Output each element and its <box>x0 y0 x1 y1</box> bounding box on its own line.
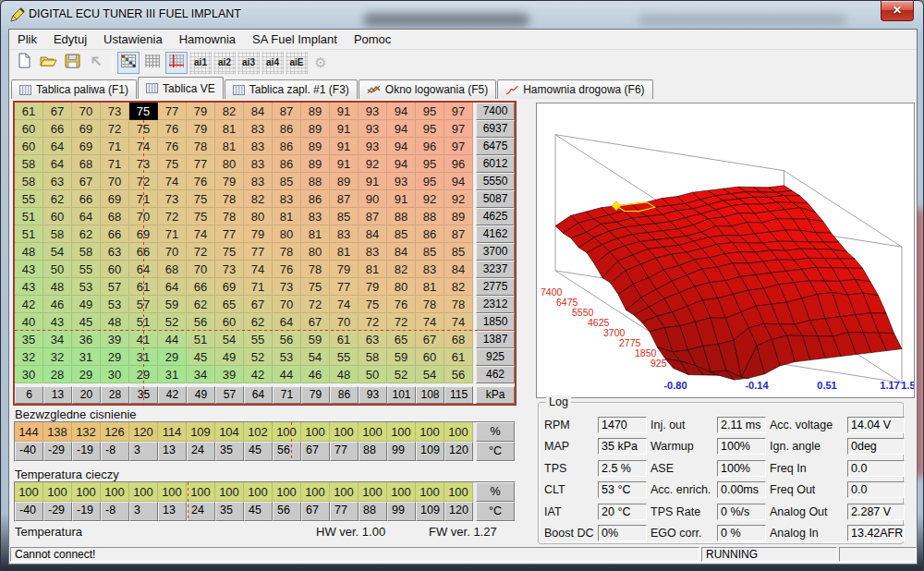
ve-cell-r10c11[interactable]: 77 <box>330 278 359 296</box>
ve-cell-r4c1[interactable]: 63 <box>43 173 72 190</box>
ve-cell-r2c12[interactable]: 93 <box>359 138 387 155</box>
mini2-pct-12[interactable]: 100 <box>359 482 387 502</box>
ve-cell-r9c4[interactable]: 64 <box>129 261 158 278</box>
ve-cell-r0c14[interactable]: 95 <box>416 103 444 120</box>
ve-cell-r7c1[interactable]: 58 <box>43 225 72 243</box>
ve-cell-r7c10[interactable]: 81 <box>301 225 330 243</box>
ve-cell-r9c12[interactable]: 81 <box>359 261 387 278</box>
ve-cell-r14c13[interactable]: 59 <box>387 348 416 366</box>
new-file-button[interactable] <box>13 52 35 74</box>
ve-cell-r2c9[interactable]: 86 <box>273 138 301 155</box>
ve-cell-r15c14[interactable]: 54 <box>416 366 444 383</box>
ve-cell-r7c8[interactable]: 79 <box>244 225 273 243</box>
ve-cell-r14c15[interactable]: 61 <box>444 348 473 366</box>
ve-cell-r0c3[interactable]: 73 <box>101 103 129 120</box>
ve-cell-r10c8[interactable]: 71 <box>244 278 273 296</box>
ve-cell-r8c13[interactable]: 84 <box>387 243 416 261</box>
ve-cell-r12c13[interactable]: 72 <box>387 313 416 331</box>
ve-cell-r9c14[interactable]: 83 <box>416 261 444 278</box>
ve-cell-r3c11[interactable]: 91 <box>330 155 359 173</box>
import-button[interactable] <box>85 52 107 74</box>
ve-cell-r12c11[interactable]: 70 <box>330 313 359 331</box>
ve-cell-r14c9[interactable]: 53 <box>273 348 301 366</box>
ve-cell-r7c3[interactable]: 66 <box>101 225 129 243</box>
mini2-pct-6[interactable]: 100 <box>187 482 215 502</box>
ve-cell-r1c15[interactable]: 97 <box>444 120 473 138</box>
ve-cell-r4c0[interactable]: 58 <box>15 173 43 190</box>
ve-cell-r3c12[interactable]: 92 <box>359 155 387 173</box>
ve-cell-r15c0[interactable]: 30 <box>15 366 43 383</box>
mini2-pct-5[interactable]: 100 <box>158 482 187 502</box>
ve-cell-r0c10[interactable]: 89 <box>301 103 330 120</box>
ve-cell-r3c4[interactable]: 73 <box>129 155 158 173</box>
ve-cell-r12c1[interactable]: 43 <box>43 313 72 331</box>
ve-cell-r8c12[interactable]: 83 <box>359 243 387 261</box>
ve-cell-r15c4[interactable]: 29 <box>129 366 158 383</box>
ve-cell-r0c9[interactable]: 87 <box>273 103 301 120</box>
ve-cell-r0c4[interactable]: 75 <box>129 103 158 120</box>
ve-cell-r3c0[interactable]: 58 <box>15 155 43 173</box>
fuel-table-button[interactable] <box>117 52 140 74</box>
ve-cell-r7c12[interactable]: 84 <box>359 225 387 243</box>
ve-cell-r13c7[interactable]: 54 <box>215 331 244 348</box>
ve-cell-r8c7[interactable]: 75 <box>215 243 244 261</box>
ve-cell-r1c8[interactable]: 83 <box>244 120 273 138</box>
ve-cell-r8c9[interactable]: 78 <box>273 243 301 261</box>
ve-cell-r13c3[interactable]: 39 <box>101 331 129 348</box>
ve-cell-r9c8[interactable]: 74 <box>244 261 273 278</box>
ve-cell-r10c7[interactable]: 69 <box>215 278 244 296</box>
ve-cell-r8c8[interactable]: 77 <box>244 243 273 261</box>
ve-cell-r6c11[interactable]: 85 <box>330 208 359 225</box>
ve-cell-r6c7[interactable]: 78 <box>215 208 244 225</box>
mini1-pct-13[interactable]: 100 <box>387 422 416 442</box>
ve-cell-r1c13[interactable]: 94 <box>387 120 416 138</box>
ve-cell-r9c1[interactable]: 50 <box>43 261 72 278</box>
ve-cell-r12c5[interactable]: 52 <box>158 313 187 331</box>
ve-cell-r7c13[interactable]: 85 <box>387 225 416 243</box>
ve-cell-r0c13[interactable]: 94 <box>387 103 416 120</box>
ve-cell-r1c5[interactable]: 76 <box>158 120 187 138</box>
toolbar-ai3-button[interactable]: ai3 <box>237 52 260 74</box>
mini2-pct-9[interactable]: 100 <box>273 482 301 502</box>
ve-cell-r2c8[interactable]: 83 <box>244 138 273 155</box>
ve-cell-r8c11[interactable]: 81 <box>330 243 359 261</box>
ve-cell-r0c11[interactable]: 91 <box>330 103 359 120</box>
ve-cell-r10c13[interactable]: 80 <box>387 278 416 296</box>
ve-cell-r1c12[interactable]: 93 <box>359 120 387 138</box>
ve-cell-r2c4[interactable]: 74 <box>129 138 158 155</box>
ve-cell-r14c6[interactable]: 45 <box>187 348 215 366</box>
ve-cell-r9c11[interactable]: 79 <box>330 261 359 278</box>
ve-cell-r5c10[interactable]: 86 <box>301 190 330 208</box>
ve-cell-r10c10[interactable]: 75 <box>301 278 330 296</box>
ve-cell-r4c2[interactable]: 67 <box>72 173 101 190</box>
ve-cell-r11c6[interactable]: 62 <box>187 296 215 313</box>
ve-cell-r15c1[interactable]: 28 <box>43 366 72 383</box>
ve-cell-r7c14[interactable]: 86 <box>416 225 444 243</box>
ve-cell-r15c9[interactable]: 44 <box>273 366 301 383</box>
ve-cell-r5c0[interactable]: 55 <box>15 190 43 208</box>
ve-cell-r5c1[interactable]: 62 <box>43 190 72 208</box>
ve-cell-r13c11[interactable]: 61 <box>330 331 359 348</box>
ve-cell-r12c2[interactable]: 45 <box>72 313 101 331</box>
ve-cell-r6c5[interactable]: 72 <box>158 208 187 225</box>
ve-cell-r6c15[interactable]: 89 <box>444 208 473 225</box>
ve-cell-r4c9[interactable]: 85 <box>273 173 301 190</box>
ve-cell-r6c8[interactable]: 80 <box>244 208 273 225</box>
mini2-pct-7[interactable]: 100 <box>215 482 244 502</box>
ve-cell-r7c6[interactable]: 74 <box>187 225 215 243</box>
mini1-pct-6[interactable]: 109 <box>187 422 215 442</box>
ve-cell-r11c12[interactable]: 75 <box>359 296 387 313</box>
mini1-pct-12[interactable]: 100 <box>359 422 387 442</box>
mini1-pct-2[interactable]: 132 <box>72 422 101 442</box>
ve-cell-r14c11[interactable]: 55 <box>330 348 359 366</box>
tab-okno-logowania-f5-[interactable]: Okno logowania (F5) <box>359 79 496 99</box>
ve-cell-r12c15[interactable]: 74 <box>444 313 473 331</box>
ve-cell-r2c10[interactable]: 89 <box>301 138 330 155</box>
ve-cell-r5c9[interactable]: 83 <box>273 190 301 208</box>
tab-tablica-paliwa-f1-[interactable]: Tablica paliwa (F1) <box>11 79 137 99</box>
menu-item-edytuj[interactable]: Edytuj <box>45 30 95 49</box>
ve-cell-r10c14[interactable]: 81 <box>416 278 444 296</box>
ve-cell-r9c7[interactable]: 73 <box>215 261 244 278</box>
ve-cell-r4c3[interactable]: 70 <box>101 173 129 190</box>
close-button[interactable]: ✕ <box>881 1 914 21</box>
